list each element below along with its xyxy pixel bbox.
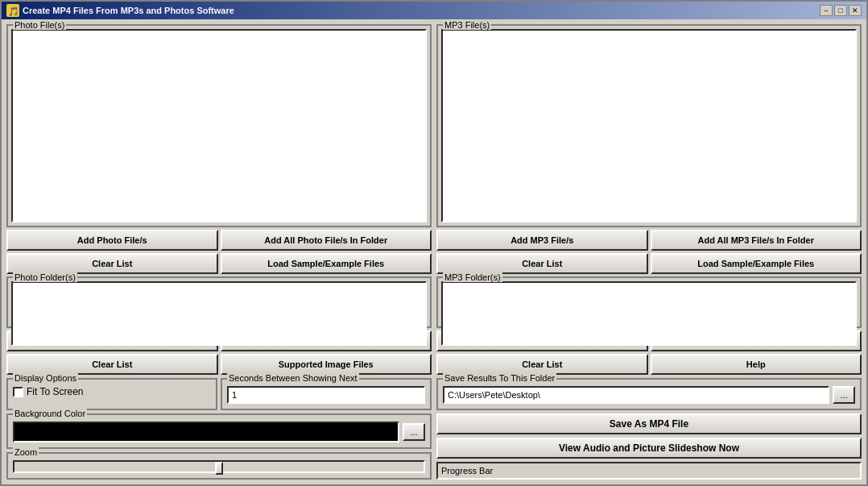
background-color-group: Background Color ... <box>6 413 432 449</box>
mp3-files-btn-row2: Clear List Load Sample/Example Files <box>436 253 862 274</box>
photo-folders-group: Photo Folder(s) <box>6 276 432 328</box>
color-swatch[interactable] <box>13 422 399 442</box>
photo-folders-listbox[interactable] <box>11 281 427 346</box>
bottom-section: Display Options Fit To Screen Seconds Be… <box>6 378 862 480</box>
save-results-label: Save Results To This Folder <box>443 373 556 383</box>
clear-mp3-files-button[interactable]: Clear List <box>436 253 648 274</box>
zoom-slider[interactable] <box>13 460 425 473</box>
zoom-label: Zoom <box>13 447 39 457</box>
main-content: Photo File(s) Add Photo File/s Add All P… <box>2 19 866 484</box>
photo-folders-label: Photo Folder(s) <box>13 272 77 282</box>
mp3-folders-label: MP3 Folder(s) <box>443 272 502 282</box>
display-options-label: Display Options <box>13 373 78 383</box>
close-button[interactable]: ✕ <box>849 5 862 16</box>
view-slideshow-button[interactable]: View Audio and Picture Slideshow Now <box>436 438 862 459</box>
zoom-group: Zoom <box>6 452 432 480</box>
photo-folders-btn-row2: Clear List Supported Image Files <box>6 354 432 375</box>
add-photo-files-button[interactable]: Add Photo File/s <box>6 230 218 251</box>
title-bar: 🎵 Create MP4 Files From MP3s and Photos … <box>2 2 866 19</box>
display-options-inner: Fit To Screen <box>13 386 211 397</box>
main-window: 🎵 Create MP4 Files From MP3s and Photos … <box>0 0 868 486</box>
supported-image-button[interactable]: Supported Image Files <box>221 354 432 375</box>
help-button[interactable]: Help <box>651 354 862 375</box>
clear-photo-folders-button[interactable]: Clear List <box>6 354 218 375</box>
load-sample-files-button2[interactable]: Load Sample/Example Files <box>651 253 862 274</box>
photo-files-label: Photo File(s) <box>13 20 66 30</box>
clear-mp3-folders-button[interactable]: Clear List <box>436 354 648 375</box>
mp3-files-btn-row1: Add MP3 File/s Add All MP3 File/s In Fol… <box>436 230 862 251</box>
progress-label: Progress Bar <box>441 466 493 476</box>
mp3-folders-group: MP3 Folder(s) <box>436 276 862 328</box>
svg-text:🎵: 🎵 <box>8 6 19 17</box>
display-seconds-row: Display Options Fit To Screen Seconds Be… <box>6 378 432 410</box>
save-results-group: Save Results To This Folder ... <box>436 378 862 410</box>
top-panels: Photo File(s) Add Photo File/s Add All P… <box>6 24 862 375</box>
mp3-files-label: MP3 File(s) <box>443 20 491 30</box>
fit-to-screen-checkbox[interactable] <box>13 387 23 397</box>
left-panels: Photo File(s) Add Photo File/s Add All P… <box>6 24 432 375</box>
window-title: Create MP4 Files From MP3s and Photos So… <box>23 6 234 15</box>
seconds-label: Seconds Between Showing Next <box>227 373 359 383</box>
bg-color-row: ... <box>13 422 425 442</box>
mp3-files-listbox[interactable] <box>441 29 857 222</box>
add-mp3-files-button[interactable]: Add MP3 File/s <box>436 230 648 251</box>
save-folder-row: ... <box>443 386 855 404</box>
bg-color-browse-button[interactable]: ... <box>403 423 425 441</box>
title-controls: – □ ✕ <box>820 5 862 16</box>
mp3-folders-listbox[interactable] <box>441 281 857 346</box>
display-options-group: Display Options Fit To Screen <box>6 378 217 410</box>
app-icon: 🎵 <box>6 4 19 17</box>
save-folder-input[interactable] <box>443 386 829 404</box>
photo-files-group: Photo File(s) <box>6 24 432 227</box>
seconds-group: Seconds Between Showing Next <box>221 378 432 410</box>
photo-files-btn-row1: Add Photo File/s Add All Photo File/s In… <box>6 230 432 251</box>
background-color-label: Background Color <box>13 409 87 418</box>
zoom-thumb <box>215 462 223 475</box>
load-sample-files-button1[interactable]: Load Sample/Example Files <box>221 253 432 274</box>
minimize-button[interactable]: – <box>820 5 833 16</box>
title-bar-left: 🎵 Create MP4 Files From MP3s and Photos … <box>6 4 234 17</box>
progress-bar: Progress Bar <box>436 462 862 480</box>
clear-photo-files-button[interactable]: Clear List <box>6 253 218 274</box>
mp3-files-group: MP3 File(s) <box>436 24 862 227</box>
seconds-input[interactable] <box>227 386 425 404</box>
photo-files-btn-row2: Clear List Load Sample/Example Files <box>6 253 432 274</box>
maximize-button[interactable]: □ <box>834 5 847 16</box>
add-all-photo-folder-button[interactable]: Add All Photo File/s In Folder <box>221 230 432 251</box>
right-bottom: Save Results To This Folder ... Save As … <box>436 378 862 480</box>
fit-to-screen-label: Fit To Screen <box>27 386 83 397</box>
save-mp4-button[interactable]: Save As MP4 File <box>436 413 862 434</box>
save-folder-browse-button[interactable]: ... <box>833 386 855 404</box>
photo-files-listbox[interactable] <box>11 29 427 222</box>
right-panels: MP3 File(s) Add MP3 File/s Add All MP3 F… <box>436 24 862 375</box>
add-all-mp3-folder-button[interactable]: Add All MP3 File/s In Folder <box>651 230 862 251</box>
mp3-folders-btn-row2: Clear List Help <box>436 354 862 375</box>
left-bottom: Display Options Fit To Screen Seconds Be… <box>6 378 432 480</box>
